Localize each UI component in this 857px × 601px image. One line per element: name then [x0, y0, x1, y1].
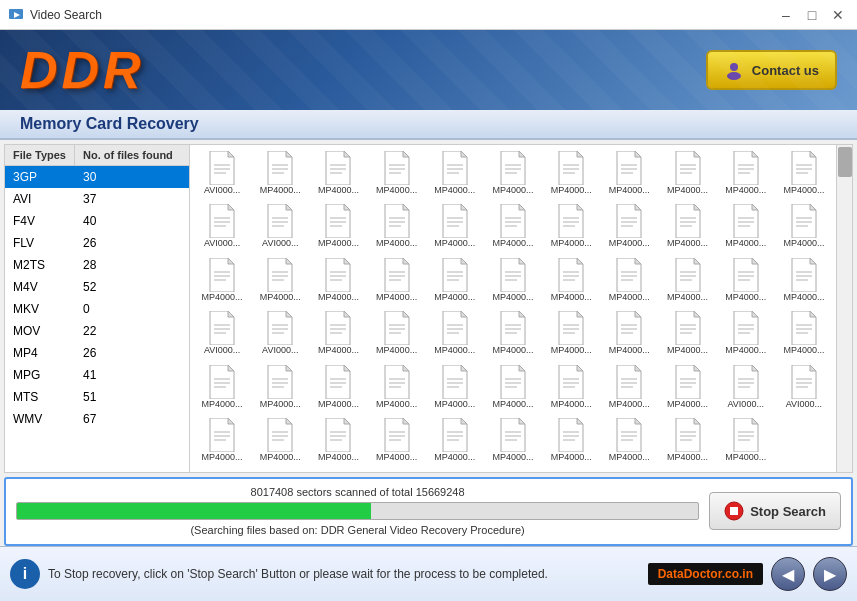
- file-item[interactable]: MP4000...: [485, 256, 541, 307]
- file-item[interactable]: MP4000...: [485, 416, 541, 467]
- file-item[interactable]: MP4000...: [485, 309, 541, 360]
- file-icon: [557, 418, 585, 452]
- file-label: MP4000...: [778, 292, 830, 302]
- file-item[interactable]: MP4000...: [543, 149, 599, 200]
- file-item[interactable]: MP4000...: [718, 202, 774, 253]
- file-item[interactable]: AVI000...: [776, 363, 832, 414]
- file-type-row[interactable]: MKV 0: [5, 298, 189, 320]
- file-item[interactable]: MP4000...: [659, 416, 715, 467]
- stop-search-label: Stop Search: [750, 504, 826, 519]
- file-type-row[interactable]: MP4 26: [5, 342, 189, 364]
- file-item[interactable]: MP4000...: [776, 309, 832, 360]
- file-item[interactable]: MP4000...: [194, 363, 250, 414]
- file-type-count: 22: [75, 322, 189, 340]
- file-item[interactable]: AVI000...: [718, 363, 774, 414]
- file-item[interactable]: MP4000...: [369, 149, 425, 200]
- file-item[interactable]: MP4000...: [485, 363, 541, 414]
- file-item[interactable]: MP4000...: [718, 416, 774, 467]
- minimize-button[interactable]: –: [775, 4, 797, 26]
- file-item[interactable]: MP4000...: [543, 309, 599, 360]
- file-item[interactable]: MP4000...: [369, 309, 425, 360]
- ddr-logo: DDR: [20, 44, 145, 96]
- file-item[interactable]: MP4000...: [369, 416, 425, 467]
- file-label: MP4000...: [545, 452, 597, 462]
- file-item[interactable]: MP4000...: [310, 363, 366, 414]
- file-item[interactable]: MP4000...: [776, 202, 832, 253]
- file-item[interactable]: MP4000...: [485, 202, 541, 253]
- file-label: MP4000...: [254, 185, 306, 195]
- file-item[interactable]: MP4000...: [427, 202, 483, 253]
- file-type-row[interactable]: WMV 67: [5, 408, 189, 430]
- file-item[interactable]: MP4000...: [310, 149, 366, 200]
- file-item[interactable]: MP4000...: [601, 309, 657, 360]
- file-item[interactable]: AVI000...: [194, 149, 250, 200]
- file-label: MP4000...: [720, 292, 772, 302]
- file-item[interactable]: MP4000...: [252, 416, 308, 467]
- file-item[interactable]: MP4000...: [427, 256, 483, 307]
- file-item[interactable]: MP4000...: [776, 256, 832, 307]
- file-type-count: 41: [75, 366, 189, 384]
- file-item[interactable]: MP4000...: [252, 149, 308, 200]
- file-item[interactable]: MP4000...: [369, 202, 425, 253]
- file-type-row[interactable]: FLV 26: [5, 232, 189, 254]
- file-label: MP4000...: [661, 345, 713, 355]
- file-item[interactable]: MP4000...: [194, 256, 250, 307]
- file-item[interactable]: MP4000...: [369, 256, 425, 307]
- file-item[interactable]: MP4000...: [543, 416, 599, 467]
- file-item[interactable]: MP4000...: [427, 149, 483, 200]
- file-type-name: M4V: [5, 278, 75, 296]
- file-item[interactable]: MP4000...: [369, 363, 425, 414]
- file-item[interactable]: MP4000...: [310, 416, 366, 467]
- file-item[interactable]: MP4000...: [659, 363, 715, 414]
- stop-search-button[interactable]: Stop Search: [709, 492, 841, 530]
- forward-button[interactable]: ▶: [813, 557, 847, 591]
- file-item[interactable]: MP4000...: [427, 309, 483, 360]
- file-item[interactable]: MP4000...: [659, 256, 715, 307]
- file-item[interactable]: AVI000...: [252, 309, 308, 360]
- file-item[interactable]: MP4000...: [718, 256, 774, 307]
- file-item[interactable]: MP4000...: [718, 149, 774, 200]
- contact-button[interactable]: Contact us: [706, 50, 837, 90]
- file-type-count: 30: [75, 168, 189, 186]
- file-item[interactable]: MP4000...: [659, 309, 715, 360]
- file-item[interactable]: MP4000...: [427, 363, 483, 414]
- file-item[interactable]: MP4000...: [194, 416, 250, 467]
- file-item[interactable]: MP4000...: [718, 309, 774, 360]
- file-item[interactable]: AVI000...: [194, 202, 250, 253]
- file-type-row[interactable]: M2TS 28: [5, 254, 189, 276]
- file-type-row[interactable]: MTS 51: [5, 386, 189, 408]
- file-item[interactable]: AVI000...: [252, 202, 308, 253]
- file-item[interactable]: MP4000...: [659, 202, 715, 253]
- file-item[interactable]: MP4000...: [252, 363, 308, 414]
- file-item[interactable]: MP4000...: [601, 202, 657, 253]
- file-item[interactable]: MP4000...: [310, 202, 366, 253]
- file-item[interactable]: MP4000...: [543, 256, 599, 307]
- file-item[interactable]: MP4000...: [601, 256, 657, 307]
- file-item[interactable]: MP4000...: [543, 363, 599, 414]
- back-button[interactable]: ◀: [771, 557, 805, 591]
- maximize-button[interactable]: □: [801, 4, 823, 26]
- file-item[interactable]: MP4000...: [427, 416, 483, 467]
- file-type-row[interactable]: F4V 40: [5, 210, 189, 232]
- file-icon: [732, 204, 760, 238]
- file-item[interactable]: MP4000...: [659, 149, 715, 200]
- file-grid-panel: AVI000... MP4000... MP4000...: [190, 145, 836, 472]
- file-item[interactable]: MP4000...: [252, 256, 308, 307]
- file-icon: [324, 204, 352, 238]
- file-type-row[interactable]: 3GP 30: [5, 166, 189, 188]
- close-button[interactable]: ✕: [827, 4, 849, 26]
- file-item[interactable]: MP4000...: [310, 256, 366, 307]
- file-item[interactable]: MP4000...: [310, 309, 366, 360]
- file-item[interactable]: MP4000...: [601, 416, 657, 467]
- file-item[interactable]: MP4000...: [601, 149, 657, 200]
- file-item[interactable]: MP4000...: [543, 202, 599, 253]
- file-item[interactable]: MP4000...: [485, 149, 541, 200]
- file-type-row[interactable]: AVI 37: [5, 188, 189, 210]
- file-type-row[interactable]: M4V 52: [5, 276, 189, 298]
- file-item[interactable]: MP4000...: [776, 149, 832, 200]
- scrollbar-track[interactable]: [836, 145, 852, 472]
- file-type-row[interactable]: MOV 22: [5, 320, 189, 342]
- file-item[interactable]: AVI000...: [194, 309, 250, 360]
- file-type-row[interactable]: MPG 41: [5, 364, 189, 386]
- file-item[interactable]: MP4000...: [601, 363, 657, 414]
